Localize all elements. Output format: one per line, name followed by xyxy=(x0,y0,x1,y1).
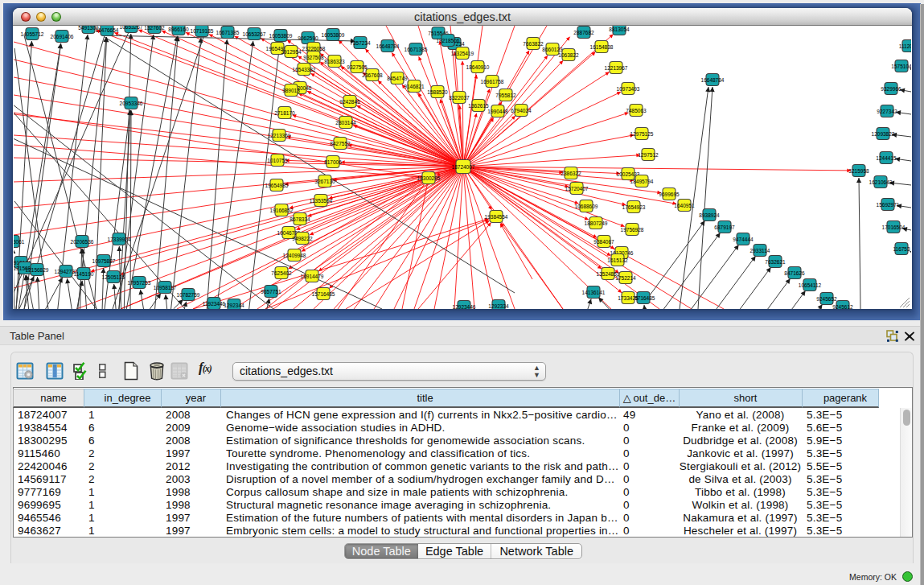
svg-text:16053809: 16053809 xyxy=(322,32,345,38)
svg-text:817006: 817006 xyxy=(324,159,342,165)
svg-text:8660123: 8660123 xyxy=(542,47,563,52)
svg-text:2803144: 2803144 xyxy=(335,120,356,126)
svg-text:9146821: 9146821 xyxy=(404,84,425,89)
svg-text:18300295: 18300295 xyxy=(417,175,441,181)
svg-text:3912954: 3912954 xyxy=(281,49,302,55)
svg-text:1010755: 1010755 xyxy=(267,158,288,163)
svg-text:9474444: 9474444 xyxy=(733,237,754,242)
svg-text:9327505: 9327505 xyxy=(347,64,368,70)
svg-text:8427552: 8427552 xyxy=(330,141,351,146)
svg-text:8186323: 8186323 xyxy=(324,59,345,64)
svg-text:12923446: 12923446 xyxy=(453,304,476,310)
svg-text:19166852: 19166852 xyxy=(270,208,294,213)
svg-text:10653267: 10653267 xyxy=(243,31,266,37)
svg-text:16543382: 16543382 xyxy=(293,67,316,72)
svg-text:16671385: 16671385 xyxy=(216,30,240,35)
svg-text:9245612: 9245612 xyxy=(832,304,853,310)
svg-text:8813054: 8813054 xyxy=(609,27,630,32)
svg-text:1112070: 1112070 xyxy=(899,43,911,49)
svg-text:14055712: 14055712 xyxy=(21,31,44,37)
svg-text:16914479: 16914479 xyxy=(301,274,324,279)
svg-text:12156829: 12156829 xyxy=(26,267,49,273)
svg-text:7663822: 7663822 xyxy=(523,41,544,47)
svg-text:10958117: 10958117 xyxy=(154,285,177,290)
svg-text:12505135: 12505135 xyxy=(102,274,125,280)
svg-text:15720407: 15720407 xyxy=(565,186,589,192)
svg-text:1733426: 1733426 xyxy=(618,295,639,301)
svg-text:8471626: 8471626 xyxy=(784,270,805,276)
svg-text:7485063: 7485063 xyxy=(626,108,647,113)
svg-text:16053809: 16053809 xyxy=(269,33,293,39)
svg-text:7955812: 7955812 xyxy=(495,93,516,98)
svg-text:9498222: 9498222 xyxy=(292,236,313,241)
svg-text:8678334: 8678334 xyxy=(290,216,310,222)
svg-text:1575104: 1575104 xyxy=(891,64,911,69)
svg-text:20953346: 20953346 xyxy=(120,101,143,106)
svg-text:1145190: 1145190 xyxy=(74,271,94,277)
svg-text:12409948: 12409948 xyxy=(283,253,306,258)
svg-text:12213369: 12213369 xyxy=(268,133,291,138)
svg-text:17016504: 17016504 xyxy=(882,225,906,230)
svg-text:3267130: 3267130 xyxy=(314,179,335,184)
svg-text:1615132: 1615132 xyxy=(607,257,628,263)
svg-text:1640951: 1640951 xyxy=(674,203,695,208)
svg-text:19756928: 19756928 xyxy=(621,227,644,233)
svg-text:16154838: 16154838 xyxy=(590,44,614,50)
svg-text:17957253: 17957253 xyxy=(128,280,151,286)
svg-text:12975125: 12975125 xyxy=(630,131,654,137)
svg-text:116753: 116753 xyxy=(893,246,910,252)
svg-text:1244415: 1244415 xyxy=(876,155,897,161)
svg-text:16671385: 16671385 xyxy=(405,47,428,52)
svg-text:1752214: 1752214 xyxy=(615,275,636,281)
svg-text:1297512: 1297512 xyxy=(638,152,659,158)
svg-text:1362615: 1362615 xyxy=(468,103,489,109)
svg-text:8938924: 8938924 xyxy=(699,212,720,218)
svg-text:16648784: 16648784 xyxy=(376,43,400,49)
svg-text:6879197: 6879197 xyxy=(714,225,735,230)
svg-text:2718170: 2718170 xyxy=(274,110,295,116)
svg-text:9699695: 9699695 xyxy=(659,192,680,197)
svg-text:10688609: 10688609 xyxy=(575,204,598,209)
svg-text:11325419: 11325419 xyxy=(451,51,474,56)
svg-text:20206536: 20206536 xyxy=(71,239,94,245)
svg-text:11353594: 11353594 xyxy=(310,198,333,204)
svg-text:17654923: 17654923 xyxy=(622,204,646,210)
svg-text:9327508: 9327508 xyxy=(303,55,324,60)
svg-text:2933114: 2933114 xyxy=(750,248,770,253)
svg-text:1588520: 1588520 xyxy=(427,89,448,95)
svg-text:7632621: 7632621 xyxy=(765,259,786,265)
svg-text:9062590: 9062590 xyxy=(298,35,318,41)
svg-text:14136141: 14136141 xyxy=(582,290,606,295)
svg-text:18724007: 18724007 xyxy=(452,164,475,170)
svg-text:10782759: 10782759 xyxy=(177,292,200,298)
svg-text:18640910: 18640910 xyxy=(466,64,490,70)
svg-text:9242845: 9242845 xyxy=(339,99,360,105)
svg-text:11923446: 11923446 xyxy=(203,301,226,307)
svg-text:15692971: 15692971 xyxy=(877,202,900,208)
svg-text:3215958: 3215958 xyxy=(848,168,869,174)
svg-text:989013: 989013 xyxy=(282,88,300,93)
svg-text:1327602: 1327602 xyxy=(144,26,165,31)
svg-text:1990448: 1990448 xyxy=(487,109,508,114)
svg-text:2367608: 2367608 xyxy=(362,72,383,78)
svg-text:15716485: 15716485 xyxy=(312,291,335,297)
svg-text:10973493: 10973493 xyxy=(617,86,640,92)
svg-text:18495794: 18495794 xyxy=(630,179,654,184)
svg-text:9657751: 9657751 xyxy=(261,289,281,295)
svg-text:20691406: 20691406 xyxy=(51,34,74,39)
svg-text:9227342: 9227342 xyxy=(877,109,897,114)
svg-text:18807249: 18807249 xyxy=(585,220,608,226)
svg-text:12213967: 12213967 xyxy=(605,65,628,71)
svg-text:23226058: 23226058 xyxy=(302,46,326,51)
svg-text:17339924: 17339924 xyxy=(108,237,131,242)
svg-text:9245652: 9245652 xyxy=(816,296,837,302)
svg-text:2887682: 2887682 xyxy=(573,30,594,35)
svg-text:10653267: 10653267 xyxy=(120,26,143,30)
svg-text:10719185: 10719185 xyxy=(191,28,214,34)
svg-text:19384554: 19384554 xyxy=(485,214,508,220)
svg-text:8322037: 8322037 xyxy=(449,95,470,101)
svg-text:7625402: 7625402 xyxy=(271,270,292,276)
svg-text:8454749: 8454749 xyxy=(387,76,408,81)
svg-text:6794024: 6794024 xyxy=(511,108,532,113)
svg-text:1292334: 1292334 xyxy=(488,303,509,309)
